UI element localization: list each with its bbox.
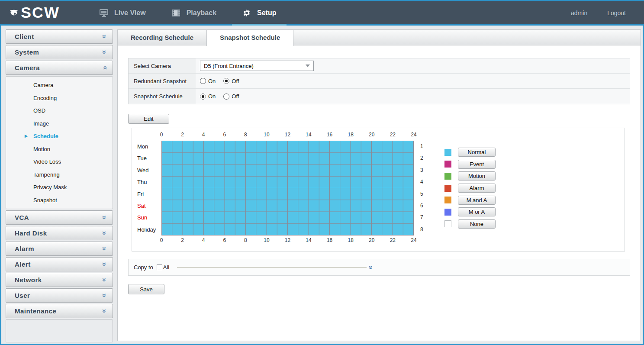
camera-select-dropdown[interactable]: D5 (Front Entrance): [200, 61, 314, 71]
snapshot-schedule-off-option[interactable]: Off: [223, 93, 239, 100]
hour-tick: 22: [388, 132, 397, 138]
sidebar-item-snapshot[interactable]: Snapshot: [6, 194, 113, 207]
sidebar-item-osd[interactable]: OSD: [6, 104, 113, 117]
hour-axis-bottom: 0 2 4 6 8 10 12 14 16 18 20 22 24: [157, 237, 418, 243]
copy-to-all-checkbox[interactable]: [157, 264, 162, 270]
motion-color-swatch: [444, 173, 451, 180]
sidebar-section-user[interactable]: User »: [6, 288, 113, 303]
sidebar-item-encoding[interactable]: Encoding: [6, 92, 113, 105]
sidebar-section-label: Camera: [15, 64, 40, 71]
event-button[interactable]: Event: [458, 160, 496, 169]
sidebar-item-label: Encoding: [33, 95, 57, 101]
main-panel: Recording Schedule Snapshot Schedule Sel…: [117, 29, 641, 341]
hour-tick: 2: [178, 237, 187, 243]
hour-tick: 8: [241, 132, 250, 138]
row-number-axis: 1 2 3 4 5 6 7 8: [420, 141, 423, 235]
save-button[interactable]: Save: [128, 284, 164, 294]
nav-setup[interactable]: Setup: [229, 1, 289, 24]
scw-logo: SCW: [10, 5, 60, 21]
row-number: 3: [420, 164, 423, 176]
film-icon: [172, 9, 180, 17]
radio-unchecked[interactable]: [223, 94, 229, 100]
chevron-down-icon: »: [101, 231, 108, 235]
legend-row-m-and-a: M and A: [444, 194, 496, 206]
redundant-snapshot-on-option[interactable]: On: [200, 78, 216, 84]
radio-label: On: [208, 78, 216, 84]
redundant-snapshot-label: Redundant Snapshot: [129, 74, 196, 88]
hour-tick: 6: [220, 132, 229, 138]
sidebar-item-image[interactable]: Image: [6, 117, 113, 130]
chevron-down-icon: »: [101, 278, 108, 282]
schedule-grid[interactable]: [161, 141, 414, 235]
sidebar-section-alert[interactable]: Alert »: [6, 257, 113, 271]
m-and-a-button[interactable]: M and A: [458, 196, 496, 205]
sidebar-section-hard-disk[interactable]: Hard Disk »: [6, 226, 113, 240]
radio-unchecked[interactable]: [200, 78, 206, 84]
settings-form: Select Camera D5 (Front Entrance) Redund…: [128, 58, 630, 104]
tab-snapshot-schedule[interactable]: Snapshot Schedule: [206, 30, 293, 46]
radio-label: On: [208, 93, 216, 100]
sidebar-section-vca[interactable]: VCA »: [6, 210, 113, 225]
hour-tick: 20: [367, 132, 376, 138]
hour-tick: 0: [157, 132, 166, 138]
divider-line: [177, 267, 367, 268]
sidebar-section-label: Alarm: [15, 245, 34, 252]
chevron-down-icon: »: [101, 262, 108, 266]
motion-button[interactable]: Motion: [458, 171, 496, 181]
nav-live-view[interactable]: Live View: [87, 1, 159, 24]
tab-recording-schedule[interactable]: Recording Schedule: [118, 30, 207, 45]
radio-checked[interactable]: [223, 78, 229, 84]
sidebar-section-label: VCA: [15, 214, 29, 221]
snapshot-schedule-on-option[interactable]: On: [200, 93, 216, 100]
hour-tick: 14: [304, 237, 313, 243]
sidebar-section-system[interactable]: System »: [6, 45, 113, 59]
hour-tick: 12: [283, 237, 292, 243]
redundant-snapshot-off-option[interactable]: Off: [223, 78, 239, 84]
row-number: 5: [420, 188, 423, 200]
logo-text: SCW: [21, 5, 60, 20]
sidebar-section-client[interactable]: Client »: [6, 29, 113, 44]
edit-button[interactable]: Edit: [128, 114, 169, 124]
sidebar: Client » System » Camera » Camera Encodi…: [6, 29, 113, 342]
hour-tick: 20: [367, 237, 376, 243]
chevron-down-icon: »: [101, 216, 108, 219]
sidebar-section-label: Network: [15, 276, 42, 284]
normal-button[interactable]: Normal: [458, 148, 496, 157]
day-label: Holiday: [137, 224, 161, 235]
none-button[interactable]: None: [458, 219, 496, 229]
sidebar-item-privacy-mask[interactable]: Privacy Mask: [6, 181, 113, 194]
logout-link[interactable]: Logout: [607, 10, 626, 16]
nav-playback[interactable]: Playback: [159, 1, 229, 24]
sidebar-item-schedule[interactable]: ▶ Schedule: [6, 130, 113, 143]
sidebar-section-label: User: [15, 292, 30, 299]
snapshot-schedule-row: Snapshot Schedule On Off: [129, 89, 630, 104]
sidebar-item-label: Snapshot: [33, 197, 57, 203]
snapshot-schedule-label: Snapshot Schedule: [129, 89, 196, 104]
sidebar-item-camera[interactable]: Camera: [6, 79, 113, 92]
none-color-swatch: [444, 220, 451, 227]
username: admin: [571, 10, 587, 16]
sidebar-item-label: OSD: [33, 107, 45, 114]
sidebar-section-alarm[interactable]: Alarm »: [6, 242, 113, 256]
sidebar-item-label: Image: [33, 120, 49, 127]
sidebar-item-label: Camera: [33, 82, 53, 88]
legend-row-m-or-a: M or A: [444, 206, 496, 218]
hour-tick: 18: [346, 132, 355, 138]
radio-checked[interactable]: [200, 94, 206, 100]
sidebar-section-maintenance[interactable]: Maintenance »: [6, 304, 113, 318]
sidebar-item-tampering[interactable]: Tampering: [6, 168, 113, 181]
m-or-a-button[interactable]: M or A: [458, 207, 496, 216]
radio-label: Off: [232, 78, 239, 84]
content-area: Client » System » Camera » Camera Encodi…: [0, 26, 644, 345]
sidebar-section-network[interactable]: Network »: [6, 273, 113, 287]
sidebar-item-video-loss[interactable]: Video Loss: [6, 155, 113, 168]
day-axis: Mon Tue Wed Thu Fri Sat Sun Holiday: [137, 141, 161, 235]
hour-tick: 2: [178, 132, 187, 138]
alarm-button[interactable]: Alarm: [458, 184, 496, 193]
expand-chevron-icon[interactable]: »: [367, 265, 375, 269]
sidebar-section-camera[interactable]: Camera »: [6, 61, 113, 75]
radio-label: Off: [232, 93, 239, 100]
topbar: SCW Live View Playback: [0, 0, 644, 26]
sidebar-item-motion[interactable]: Motion: [6, 143, 113, 156]
legend-row-event: Event: [444, 158, 496, 171]
